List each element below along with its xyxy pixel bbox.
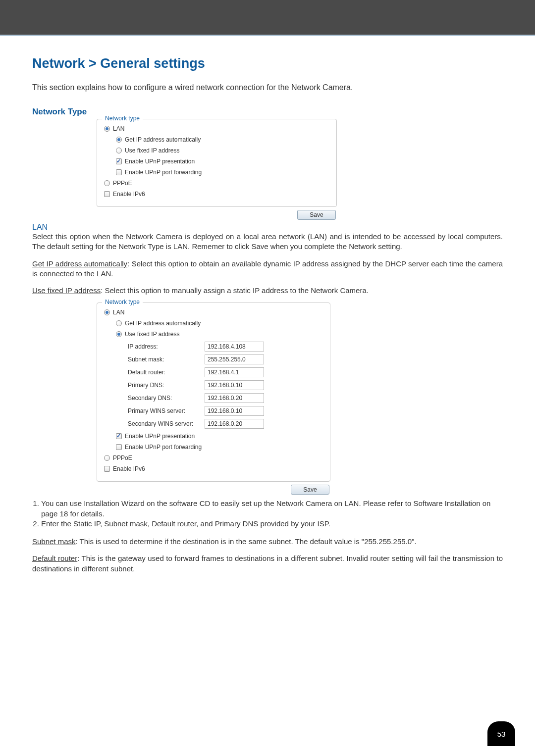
subnet-link: Subnet mask [32, 537, 76, 546]
checkbox-upnp-port-forwarding[interactable]: Enable UPnP port forwarding [104, 169, 329, 176]
radio-icon [116, 331, 122, 337]
checkbox-icon [116, 169, 122, 175]
radio-label: LAN [113, 309, 124, 316]
top-divider [0, 35, 535, 36]
subnet-paragraph: Subnet mask: This is used to determine i… [32, 537, 503, 547]
fixed-ip-rest: : Select this option to manually assign … [101, 286, 369, 295]
checkbox-icon [116, 158, 122, 164]
radio-label: Use fixed IP address [125, 147, 180, 154]
radio-get-ip-auto[interactable]: Get IP address automatically [104, 320, 323, 327]
radio-label: Use fixed IP address [125, 331, 180, 338]
radio-icon [116, 137, 122, 143]
checkbox-label: Enable UPnP presentation [125, 158, 195, 165]
primary-wins-label: Primary WINS server: [128, 407, 205, 414]
page-content: Network > General settings This section … [0, 56, 535, 574]
lan-paragraph: Select this option when the Network Came… [32, 232, 503, 252]
default-router-label: Default router: [128, 369, 205, 376]
radio-label: Get IP address automatically [125, 320, 201, 327]
fixed-ip-paragraph: Use fixed IP address: Select this option… [32, 286, 503, 296]
checkbox-label: Enable UPnP port forwarding [125, 169, 202, 176]
checkbox-label: Enable UPnP presentation [125, 433, 195, 440]
figure-network-type-2: Network type LAN Get IP address automati… [97, 302, 330, 495]
router-paragraph: Default router: This is the gateway used… [32, 554, 503, 574]
fieldset-network-type-2: Network type LAN Get IP address automati… [97, 302, 330, 482]
radio-use-fixed-ip[interactable]: Use fixed IP address [104, 331, 323, 338]
get-ip-link: Get IP address automatically [32, 259, 127, 268]
primary-dns-label: Primary DNS: [128, 382, 205, 389]
page-number-badge: 53 [487, 721, 515, 746]
secondary-dns-input[interactable]: 192.168.0.20 [205, 393, 264, 403]
radio-icon [104, 309, 110, 315]
radio-label: LAN [113, 125, 124, 132]
checkbox-upnp-port-forwarding[interactable]: Enable UPnP port forwarding [104, 444, 323, 451]
checkbox-enable-ipv6[interactable]: Enable IPv6 [104, 465, 323, 472]
radio-icon [116, 148, 122, 153]
default-router-input[interactable]: 192.168.4.1 [205, 367, 264, 377]
radio-pppoe[interactable]: PPPoE [104, 454, 323, 461]
fieldset-legend: Network type [102, 299, 143, 305]
checkbox-upnp-presentation[interactable]: Enable UPnP presentation [104, 433, 323, 440]
get-ip-paragraph: Get IP address automatically: Select thi… [32, 259, 503, 279]
radio-lan[interactable]: LAN [104, 309, 323, 316]
checkbox-label: Enable UPnP port forwarding [125, 444, 202, 451]
subnet-mask-label: Subnet mask: [128, 356, 205, 363]
ip-address-label: IP address: [128, 343, 205, 350]
checkbox-upnp-presentation[interactable]: Enable UPnP presentation [104, 158, 329, 165]
ip-address-input[interactable]: 192.168.4.108 [205, 342, 264, 352]
fieldset-network-type-1: Network type LAN Get IP address automati… [97, 119, 337, 207]
radio-label: Get IP address automatically [125, 136, 201, 143]
checkbox-enable-ipv6[interactable]: Enable IPv6 [104, 191, 329, 198]
checkbox-icon [104, 466, 110, 472]
subnet-mask-input[interactable]: 255.255.255.0 [205, 354, 264, 364]
secondary-wins-label: Secondary WINS server: [128, 420, 205, 427]
radio-icon [116, 320, 122, 326]
radio-icon [104, 126, 110, 132]
checkbox-label: Enable IPv6 [113, 191, 145, 198]
secondary-wins-input[interactable]: 192.168.0.20 [205, 419, 264, 429]
list-item: Enter the Static IP, Subnet mask, Defaul… [41, 519, 503, 529]
radio-icon [104, 455, 110, 461]
primary-wins-input[interactable]: 192.168.0.10 [205, 406, 264, 416]
checkbox-icon [116, 433, 122, 439]
secondary-dns-label: Secondary DNS: [128, 395, 205, 402]
radio-icon [104, 180, 110, 186]
list-item: You can use Installation Wizard on the s… [41, 499, 503, 519]
router-rest: : This is the gateway used to forward fr… [32, 554, 503, 572]
checkbox-label: Enable IPv6 [113, 465, 145, 472]
checkbox-icon [116, 444, 122, 450]
radio-label: PPPoE [113, 180, 132, 187]
radio-use-fixed-ip[interactable]: Use fixed IP address [104, 147, 329, 154]
radio-lan[interactable]: LAN [104, 125, 329, 132]
intro-text: This section explains how to configure a… [32, 83, 503, 92]
page-number: 53 [497, 730, 506, 738]
save-button[interactable]: Save [297, 210, 336, 220]
lan-para-text: Select this option when the Network Came… [32, 232, 503, 251]
fixed-ip-link: Use fixed IP address [32, 286, 101, 295]
fieldset-legend: Network type [102, 115, 143, 122]
lan-heading: LAN [32, 223, 503, 232]
instruction-list: You can use Installation Wizard on the s… [41, 499, 503, 529]
ip-fields-grid: IP address: 192.168.4.108 Subnet mask: 2… [128, 342, 323, 429]
top-banner [0, 0, 535, 35]
radio-label: PPPoE [113, 454, 132, 461]
save-button[interactable]: Save [291, 485, 329, 495]
primary-dns-input[interactable]: 192.168.0.10 [205, 380, 264, 390]
page-title: Network > General settings [32, 56, 503, 71]
radio-get-ip-auto[interactable]: Get IP address automatically [104, 136, 329, 143]
checkbox-icon [104, 191, 110, 197]
radio-pppoe[interactable]: PPPoE [104, 180, 329, 187]
router-link: Default router [32, 554, 77, 562]
figure-network-type-1: Network type LAN Get IP address automati… [97, 119, 337, 220]
subnet-rest: : This is used to determine if the desti… [76, 537, 417, 546]
